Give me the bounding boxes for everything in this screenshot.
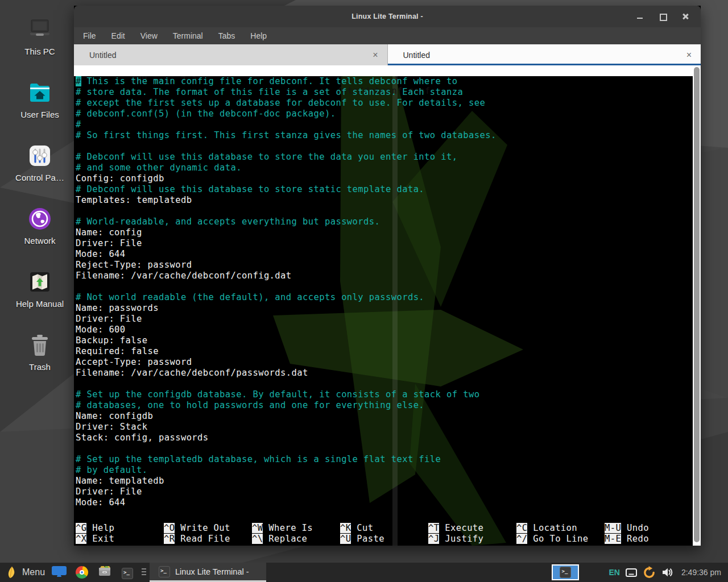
shortcut-key: ^T (428, 523, 439, 533)
editor-line: Filename: /var/cache/debconf/passwords.d… (76, 368, 693, 379)
focused-window-indicator[interactable]: >_ (552, 564, 579, 580)
desktop-icon-control-pa[interactable]: Control Pa… (3, 142, 77, 182)
filemanager-icon (98, 566, 111, 580)
editor-line (76, 379, 693, 389)
shortcut-undo: M-U Undo (605, 523, 693, 534)
scrollbar-thumb[interactable] (694, 67, 700, 542)
minimize-icon[interactable] (636, 13, 644, 20)
editor-line: # databases, one to hold passwords and o… (76, 400, 693, 411)
launcher-file-manager[interactable] (97, 565, 112, 580)
help-manual-icon (26, 268, 53, 296)
editor-line: # except the first sets up a database fo… (76, 98, 693, 109)
editor-line: Driver: File (76, 238, 693, 249)
window-titlebar[interactable]: Linux Lite Terminal - (74, 6, 701, 27)
shortcut-help: ^G Help (76, 523, 164, 534)
shortcut-column: ^W Where Is^\ Replace (252, 523, 340, 544)
nano-editor[interactable]: GNU nano 7.2 /etc/debconf.conf # This is… (74, 65, 693, 546)
editor-line: Driver: File (76, 314, 693, 325)
volume-icon[interactable] (661, 567, 673, 577)
menu-tabs[interactable]: Tabs (218, 31, 235, 40)
window-controls (636, 13, 701, 20)
terminal-tab-1[interactable]: Untitled× (74, 44, 388, 65)
shortcut-cut: ^K Cut (340, 523, 428, 534)
shortcut-key: ^\ (252, 534, 263, 544)
terminal-area: GNU nano 7.2 /etc/debconf.conf # This is… (74, 65, 701, 546)
network-globe-icon (26, 205, 53, 232)
shortcut-key: ^G (76, 523, 86, 533)
terminal-icon: >_ (560, 567, 571, 578)
desktop-icon-user-files[interactable]: User Files (3, 79, 77, 119)
editor-line: Mode: 600 (76, 325, 693, 335)
chrome-icon (76, 566, 88, 579)
editor-line: Name: passwords (76, 303, 693, 314)
shortcut-key: ^/ (516, 534, 527, 544)
shortcut-column: ^C Location^/ Go To Line (516, 523, 605, 544)
shortcut-replace: ^\ Replace (252, 534, 340, 544)
shortcut-justify: ^J Justify (428, 534, 516, 544)
desktop-icon-label: Trash (29, 362, 51, 372)
desktop-icon-column: This PCUser FilesControl Pa…NetworkHelp … (0, 16, 80, 372)
tab-bar: Untitled×Untitled× (74, 44, 701, 65)
menu-terminal[interactable]: Terminal (173, 31, 203, 40)
editor-line: # by default. (76, 465, 693, 476)
desktop-icon-network[interactable]: Network (3, 205, 77, 246)
shortcut-column: ^T Execute^J Justify (428, 523, 516, 544)
desktop-icon-this-pc[interactable]: This PC (3, 16, 77, 56)
editor-line: Accept-Type: password (76, 357, 693, 368)
quick-launchers: >_ (52, 565, 140, 580)
update-notifier-icon[interactable] (643, 566, 656, 579)
editor-line: Required: false (76, 346, 693, 357)
display-settings-icon[interactable] (626, 568, 637, 577)
tab-close-icon[interactable]: × (373, 51, 378, 60)
terminal-icon: >_ (159, 566, 170, 577)
shortcut-write-out: ^O Write Out (164, 523, 252, 534)
panel-grip-handle[interactable] (142, 568, 146, 577)
shortcut-column: M-U UndoM-E Redo (605, 523, 693, 544)
start-menu-button[interactable]: Menu (0, 563, 52, 582)
shortcut-where-is: ^W Where Is (252, 523, 340, 534)
launcher-chrome[interactable] (75, 565, 89, 580)
editor-line: Filename: /var/cache/debconf/config.dat (76, 271, 693, 281)
clock[interactable]: 2:49:36 pm (679, 568, 723, 577)
editor-line (76, 281, 693, 292)
tab-close-icon[interactable]: × (686, 51, 692, 60)
tab-label: Untitled (89, 51, 116, 60)
keyboard-layout-indicator[interactable]: EN (609, 568, 619, 577)
menu-view[interactable]: View (140, 31, 158, 40)
editor-line: # and some other dynamic data. (76, 163, 693, 173)
shortcut-key: ^O (164, 523, 175, 533)
nano-shortcut-bar: ^G Help^X Exit^O Write Out^R Read File^W… (74, 523, 693, 546)
shortcut-key: ^U (340, 534, 351, 544)
menu-help[interactable]: Help (250, 31, 267, 40)
desktop-icon-trash[interactable]: Trash (3, 331, 77, 372)
editor-line: # (76, 119, 693, 130)
taskbar-window-button[interactable]: >_ Linux Lite Terminal - (150, 563, 266, 582)
tab-label: Untitled (403, 51, 430, 60)
launcher-workspaces[interactable] (52, 565, 67, 580)
nano-titlebar: GNU nano 7.2 /etc/debconf.conf (74, 65, 693, 76)
terminal-scrollbar[interactable] (693, 65, 701, 546)
editor-line: Templates: templatedb (76, 195, 693, 206)
terminal-icon: >_ (122, 566, 133, 579)
shortcut-key: ^W (252, 523, 263, 533)
editor-line: # World-readable, and accepts everything… (76, 217, 693, 227)
menu-file[interactable]: File (83, 31, 96, 40)
desktop-icon-label: User Files (20, 110, 59, 119)
editor-line: # debconf.conf(5) (in the debconf-doc pa… (76, 109, 693, 119)
editor-line: Reject-Type: password (76, 260, 693, 271)
menu-edit[interactable]: Edit (111, 31, 125, 40)
computer-icon (26, 16, 53, 43)
editor-line: Driver: File (76, 487, 693, 497)
launcher-terminal[interactable]: >_ (120, 565, 135, 580)
terminal-window: Linux Lite Terminal - FileEditViewTermin… (74, 6, 701, 546)
maximize-icon[interactable] (659, 13, 667, 20)
terminal-tab-2[interactable]: Untitled× (388, 44, 701, 65)
editor-line: # store data. The format of this file is… (76, 87, 693, 98)
nano-buffer[interactable]: # This is the main config file for debco… (74, 76, 693, 523)
shortcut-key: ^X (76, 534, 86, 544)
editor-line: Name: templatedb (76, 476, 693, 487)
shortcut-paste: ^U Paste (340, 534, 428, 544)
close-icon[interactable] (681, 13, 689, 20)
editor-line: Driver: Stack (76, 422, 693, 433)
desktop-icon-help-manual[interactable]: Help Manual (3, 268, 77, 309)
